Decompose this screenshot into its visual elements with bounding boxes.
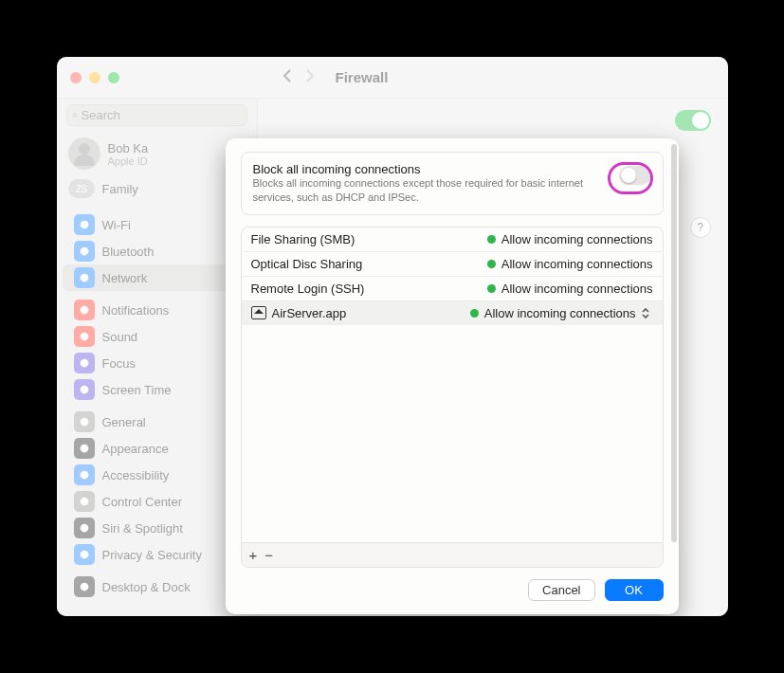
status-dot-icon [470,309,479,318]
ok-button[interactable]: OK [605,579,664,601]
add-app-button[interactable]: + [249,547,258,563]
app-list: File Sharing (SMB) Allow incoming connec… [241,227,664,568]
status-stepper[interactable] [642,306,653,319]
app-row[interactable]: Remote Login (SSH) Allow incoming connec… [242,277,663,301]
annotation-highlight [608,162,653,194]
status-dot-icon [487,235,496,244]
block-all-card: Block all incoming connections Blocks al… [241,152,664,215]
app-name: AirServer.app [272,306,347,320]
app-status: Allow incoming connections [484,306,636,320]
block-all-title: Block all incoming connections [253,162,610,176]
app-status: Allow incoming connections [501,282,653,296]
status-dot-icon [487,284,496,293]
firewall-options-sheet: Block all incoming connections Blocks al… [226,138,679,614]
block-all-desc: Blocks all incoming connections except t… [253,176,610,205]
app-row[interactable]: AirServer.app Allow incoming connections [242,301,663,325]
app-name: Remote Login (SSH) [251,282,365,296]
app-row[interactable]: Optical Disc Sharing Allow incoming conn… [242,252,663,277]
app-status: Allow incoming connections [501,232,653,246]
app-name: Optical Disc Sharing [251,257,363,271]
remove-app-button[interactable]: − [264,547,273,563]
cancel-button[interactable]: Cancel [528,579,594,601]
app-name: File Sharing (SMB) [251,232,356,246]
list-toolbar: + − [242,542,663,567]
app-status: Allow incoming connections [501,257,653,271]
app-icon [251,306,266,319]
status-dot-icon [487,260,496,268]
app-row[interactable]: File Sharing (SMB) Allow incoming connec… [242,227,663,252]
